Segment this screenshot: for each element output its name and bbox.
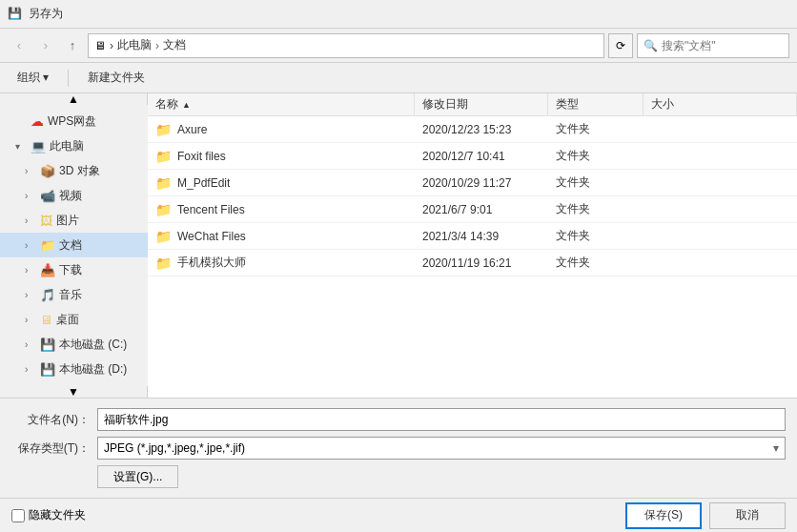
sidebar-item-pc[interactable]: ▾ 💻 此电脑 (0, 133, 148, 158)
sidebar-item-video[interactable]: › 📹 视频 (0, 183, 148, 208)
filename-row: 文件名(N)： (11, 408, 786, 431)
table-row[interactable]: 📁手机模拟大师 2020/11/19 16:21 文件夹 (148, 250, 797, 276)
folder-icon-phone: 📁 (155, 256, 172, 271)
settings-button[interactable]: 设置(G)... (97, 465, 178, 488)
breadcrumb-sep: › (155, 39, 159, 52)
folder-icon-mpdf: 📁 (155, 175, 172, 191)
folder-icon-axure: 📁 (155, 122, 172, 137)
forward-button[interactable]: › (34, 34, 57, 57)
up-button[interactable]: ↑ (61, 34, 84, 57)
breadcrumb-pc: › (110, 39, 113, 52)
column-header-type[interactable]: 类型 (548, 93, 644, 115)
file-list-header: 名称 ▲ 修改日期 类型 大小 (148, 93, 797, 116)
hide-folders-checkbox[interactable] (11, 509, 25, 522)
table-row[interactable]: 📁Axure 2020/12/23 15:23 文件夹 (148, 116, 797, 143)
filename-label: 文件名(N)： (11, 412, 97, 428)
title-bar: 💾 另存为 (0, 0, 797, 29)
column-header-date[interactable]: 修改日期 (415, 93, 548, 115)
title-bar-icon: 💾 (8, 7, 23, 22)
sidebar-item-label-driveD: 本地磁盘 (D:) (59, 361, 127, 378)
table-row[interactable]: 📁M_PdfEdit 2020/10/29 11:27 文件夹 (148, 170, 797, 196)
column-header-name[interactable]: 名称 ▲ (148, 93, 415, 115)
drive-c-icon: 💾 (40, 338, 55, 352)
address-pc-icon: 🖥 (94, 39, 106, 52)
sidebar-item-driveD[interactable]: › 💾 本地磁盘 (D:) (0, 357, 148, 381)
bottom-area: 文件名(N)： 保存类型(T)： JPEG (*.jpg,*.jpeg,*.jp… (0, 398, 797, 498)
filetype-select[interactable]: JPEG (*.jpg,*.jpeg,*.jpe,*.jif) ▾ (97, 437, 786, 460)
wps-icon: ☁ (31, 113, 44, 129)
sidebar: ☁ WPS网盘 ▾ 💻 此电脑 › 📦 3D 对象 › 📹 视频 › 🖼 (0, 105, 148, 386)
organize-toolbar: 组织 ▾ 新建文件夹 (0, 63, 797, 93)
filetype-value: JPEG (*.jpg,*.jpeg,*.jpe,*.jif) (104, 441, 245, 455)
sidebar-scroll-down[interactable]: ▼ (68, 386, 79, 398)
file-list-body: 📁Axure 2020/12/23 15:23 文件夹 📁Foxit files… (148, 116, 797, 398)
filename-input[interactable] (97, 408, 786, 431)
footer: 隐藏文件夹 保存(S) 取消 (0, 498, 797, 532)
sidebar-item-music[interactable]: › 🎵 音乐 (0, 282, 148, 307)
new-folder-button[interactable]: 新建文件夹 (80, 67, 153, 90)
folder-video-icon: 📹 (40, 189, 55, 203)
sidebar-scroll-up[interactable]: ▲ (68, 93, 79, 105)
refresh-button[interactable]: ⟳ (608, 33, 633, 58)
sidebar-item-wps[interactable]: ☁ WPS网盘 (0, 109, 148, 133)
cancel-button[interactable]: 取消 (709, 502, 786, 529)
footer-left: 隐藏文件夹 (11, 507, 86, 523)
folder-downloads-icon: 📥 (40, 263, 55, 277)
settings-row: 设置(G)... (11, 465, 786, 488)
chevron-down-icon: ▾ (773, 441, 779, 455)
drive-d-icon: 💾 (40, 362, 55, 377)
search-icon: 🔍 (644, 39, 658, 52)
back-button[interactable]: ‹ (8, 34, 31, 57)
sidebar-item-pictures[interactable]: › 🖼 图片 (0, 208, 148, 233)
pc-icon: 💻 (31, 139, 46, 153)
sidebar-item-label-docs: 文档 (59, 237, 82, 254)
folder-3d-icon: 📦 (40, 164, 55, 178)
folder-desktop-icon: 🖥 (40, 313, 52, 327)
sidebar-item-label-video: 视频 (59, 188, 82, 204)
footer-right: 保存(S) 取消 (625, 502, 786, 529)
hide-folders-label: 隐藏文件夹 (29, 507, 86, 523)
sort-arrow-name: ▲ (182, 100, 191, 110)
table-row[interactable]: 📁WeChat Files 2021/3/4 14:39 文件夹 (148, 223, 797, 250)
folder-pictures-icon: 🖼 (40, 214, 52, 228)
filetype-label: 保存类型(T)： (11, 440, 97, 457)
sidebar-item-label-music: 音乐 (59, 287, 82, 303)
folder-docs-icon: 📁 (40, 238, 55, 253)
nav-toolbar: ‹ › ↑ 🖥 › 此电脑 › 文档 ⟳ 🔍 (0, 29, 797, 63)
sidebar-item-driveC[interactable]: › 💾 本地磁盘 (C:) (0, 332, 148, 357)
file-content-area: 名称 ▲ 修改日期 类型 大小 📁Axure 2020/12/23 15:23 … (148, 93, 797, 398)
organize-button[interactable]: 组织 ▾ (10, 67, 56, 90)
main-area: ▲ ☁ WPS网盘 ▾ 💻 此电脑 › 📦 3D 对象 › 📹 视频 (0, 93, 797, 398)
sidebar-item-downloads[interactable]: › 📥 下载 (0, 257, 148, 282)
filetype-row: 保存类型(T)： JPEG (*.jpg,*.jpeg,*.jpe,*.jif)… (11, 437, 786, 460)
search-input[interactable] (662, 39, 797, 52)
sidebar-item-label-wps: WPS网盘 (48, 113, 96, 130)
search-box[interactable]: 🔍 (637, 33, 789, 58)
table-row[interactable]: 📁Tencent Files 2021/6/7 9:01 文件夹 (148, 196, 797, 223)
column-header-size[interactable]: 大小 (644, 93, 797, 115)
breadcrumb-docs: 文档 (163, 37, 186, 53)
folder-music-icon: 🎵 (40, 288, 55, 302)
folder-icon-tencent: 📁 (155, 202, 172, 217)
sidebar-item-docs[interactable]: › 📁 文档 (0, 233, 148, 257)
folder-icon-wechat: 📁 (155, 229, 172, 244)
toolbar-separator (68, 70, 69, 87)
sidebar-item-label-driveC: 本地磁盘 (C:) (59, 337, 127, 353)
folder-icon-foxit: 📁 (155, 149, 172, 164)
title-bar-title: 另存为 (29, 6, 63, 22)
sidebar-item-3d[interactable]: › 📦 3D 对象 (0, 158, 148, 183)
sidebar-item-label-downloads: 下载 (59, 262, 82, 278)
breadcrumb-this-pc: 此电脑 (117, 37, 152, 53)
sidebar-item-label-pictures: 图片 (56, 213, 79, 229)
sidebar-item-label-desktop: 桌面 (56, 312, 79, 328)
sidebar-item-desktop[interactable]: › 🖥 桌面 (0, 307, 148, 332)
sidebar-item-label-pc: 此电脑 (50, 138, 84, 154)
sidebar-item-label-3d: 3D 对象 (59, 163, 100, 179)
address-bar: 🖥 › 此电脑 › 文档 (88, 33, 604, 58)
save-button[interactable]: 保存(S) (625, 502, 702, 529)
table-row[interactable]: 📁Foxit files 2020/12/7 10:41 文件夹 (148, 143, 797, 170)
